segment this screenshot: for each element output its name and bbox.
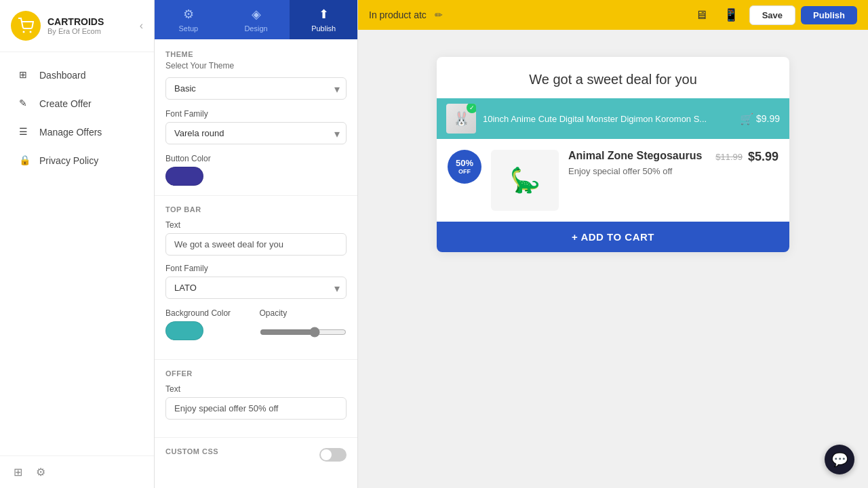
design-tab-icon: ◈ — [252, 7, 261, 22]
theme-section-title: THEME — [165, 50, 347, 58]
offer-section-title: OFFER — [165, 369, 347, 378]
sidebar: CARTROIDS By Era Of Ecom ‹ ⊞ Dashboard ✎… — [0, 0, 155, 488]
brand-name: CARTROIDS — [47, 16, 104, 27]
tab-setup-label: Setup — [178, 24, 198, 33]
top-bar-font-select[interactable]: LATO Varela round Roboto — [165, 277, 347, 299]
top-bar-font-label: Font Family — [165, 264, 347, 273]
product-prices: $11.99 $5.99 — [715, 150, 778, 164]
sidebar-label-create-offer: Create Offer — [39, 98, 92, 109]
top-bar-price-value: $9.99 — [756, 113, 780, 124]
custom-css-row: CUSTOM CSS — [165, 447, 347, 462]
sidebar-header: CARTROIDS By Era Of Ecom ‹ — [0, 0, 154, 52]
sidebar-label-privacy: Privacy Policy — [39, 155, 98, 166]
top-bar-font-select-wrapper[interactable]: LATO Varela round Roboto — [165, 277, 347, 299]
divider-3 — [155, 437, 357, 438]
mobile-view-button[interactable]: 📱 — [718, 3, 744, 26]
settings-icon[interactable]: ⚙ — [36, 466, 45, 479]
tab-design-label: Design — [244, 24, 267, 33]
brand-info: CARTROIDS By Era Of Ecom — [47, 16, 104, 35]
opacity-slider[interactable] — [260, 327, 347, 338]
desktop-view-button[interactable]: 🖥 — [690, 4, 713, 26]
custom-css-toggle[interactable] — [319, 448, 347, 462]
middle-panel: ⚙ Setup ◈ Design ⬆ Publish THEME Select … — [155, 0, 358, 488]
sidebar-label-manage-offers: Manage Offers — [39, 127, 102, 138]
sidebar-item-privacy-policy[interactable]: 🔒 Privacy Policy — [5, 147, 149, 174]
cart-icon: 🛒 — [740, 113, 753, 125]
top-bar-section-title: TOP BAR — [165, 205, 347, 214]
product-details: Animal Zone Stegosaurus Enjoy special of… — [568, 150, 706, 176]
offer-text-label: Text — [165, 384, 347, 394]
tab-publish-label: Publish — [311, 24, 336, 33]
sidebar-footer: ⊞ ⚙ — [0, 455, 154, 488]
top-bar-text-input[interactable] — [165, 233, 347, 256]
logo — [11, 11, 41, 41]
button-color-row — [165, 167, 347, 186]
offer-top-bar-product: 🐰 ✓ 10inch Anime Cute Digital Monster Di… — [437, 98, 789, 139]
offer-body: 50% OFF 🦕 Animal Zone Stegosaurus Enjoy … — [437, 139, 789, 222]
sidebar-label-dashboard: Dashboard — [39, 70, 86, 81]
top-bar-text-label: Text — [165, 220, 347, 230]
button-color-swatch[interactable] — [165, 167, 203, 186]
top-bar-product-price: 🛒 $9.99 — [740, 113, 780, 125]
bg-color-swatch[interactable] — [165, 321, 203, 340]
offer-card-heading: We got a sweet deal for you — [437, 57, 789, 98]
save-button[interactable]: Save — [749, 5, 795, 25]
manage-offers-icon: ☰ — [19, 126, 31, 138]
color-opacity-row: Background Color Opacity — [165, 308, 347, 350]
price-old: $11.99 — [715, 152, 743, 162]
sidebar-item-create-offer[interactable]: ✎ Create Offer — [5, 90, 149, 117]
product-title: Animal Zone Stegosaurus — [568, 150, 706, 162]
product-image-box: 🦕 — [491, 150, 559, 211]
setup-tab-icon: ⚙ — [183, 7, 194, 22]
sidebar-toggle[interactable]: ‹ — [140, 20, 143, 32]
sidebar-nav: ⊞ Dashboard ✎ Create Offer ☰ Manage Offe… — [0, 52, 154, 455]
top-bar-product-name: 10inch Anime Cute Digital Monster Digimo… — [483, 114, 733, 124]
create-offer-icon: ✎ — [19, 98, 31, 110]
svg-point-0 — [23, 31, 25, 33]
publish-button[interactable]: Publish — [801, 6, 857, 24]
breadcrumb-area: In product atc ✏ — [369, 9, 443, 20]
product-description: Enjoy special offer 50% off — [568, 166, 706, 176]
tab-bar: ⚙ Setup ◈ Design ⬆ Publish — [155, 0, 357, 39]
opacity-label: Opacity — [260, 308, 347, 318]
theme-section-subtitle: Select Your Theme — [165, 61, 347, 70]
publish-tab-icon: ⬆ — [319, 7, 329, 22]
font-select-wrapper[interactable]: Varela round Lato Roboto — [165, 122, 347, 144]
price-new: $5.99 — [748, 150, 778, 164]
add-to-cart-button[interactable]: + ADD TO CART — [437, 222, 789, 252]
sidebar-item-manage-offers[interactable]: ☰ Manage Offers — [5, 119, 149, 146]
font-family-label: Font Family — [165, 109, 347, 119]
divider-1 — [155, 195, 357, 196]
panel-content: THEME Select Your Theme Basic Modern Cla… — [155, 39, 357, 488]
tab-setup[interactable]: ⚙ Setup — [155, 0, 222, 39]
badge-percent: 50% — [456, 158, 473, 169]
theme-select-wrapper[interactable]: Basic Modern Classic — [165, 77, 347, 100]
tab-design[interactable]: ◈ Design — [222, 0, 290, 39]
badge-off: OFF — [458, 168, 471, 176]
privacy-icon: 🔒 — [19, 155, 31, 167]
check-badge: ✓ — [467, 104, 476, 113]
divider-2 — [155, 359, 357, 360]
breadcrumb-text: In product atc — [369, 9, 427, 20]
preview-content: We got a sweet deal for you 🐰 ✓ 10inch A… — [358, 30, 868, 488]
tab-publish[interactable]: ⬆ Publish — [290, 0, 357, 39]
discount-badge: 50% OFF — [448, 150, 481, 184]
dashboard-icon: ⊞ — [19, 69, 31, 81]
offer-card: We got a sweet deal for you 🐰 ✓ 10inch A… — [437, 57, 789, 252]
svg-point-1 — [30, 31, 32, 33]
font-select[interactable]: Varela round Lato Roboto — [165, 122, 347, 144]
top-bar-header: In product atc ✏ 🖥 📱 Save Publish — [358, 0, 868, 30]
edit-pencil-icon[interactable]: ✏ — [435, 9, 443, 20]
preview-area: In product atc ✏ 🖥 📱 Save Publish We got… — [358, 0, 868, 488]
chat-bubble[interactable]: 💬 — [825, 445, 854, 474]
theme-select[interactable]: Basic Modern Classic — [165, 77, 347, 100]
top-bar-actions: 🖥 📱 Save Publish — [690, 3, 857, 26]
offer-text-input[interactable] — [165, 397, 347, 420]
grid-icon[interactable]: ⊞ — [14, 466, 22, 479]
brand-sub: By Era Of Ecom — [47, 27, 104, 35]
sidebar-item-dashboard[interactable]: ⊞ Dashboard — [5, 62, 149, 89]
custom-css-label: CUSTOM CSS — [165, 447, 218, 455]
bg-color-label: Background Color — [165, 308, 253, 318]
button-color-label: Button Color — [165, 154, 347, 163]
product-thumb: 🐰 ✓ — [446, 104, 476, 134]
